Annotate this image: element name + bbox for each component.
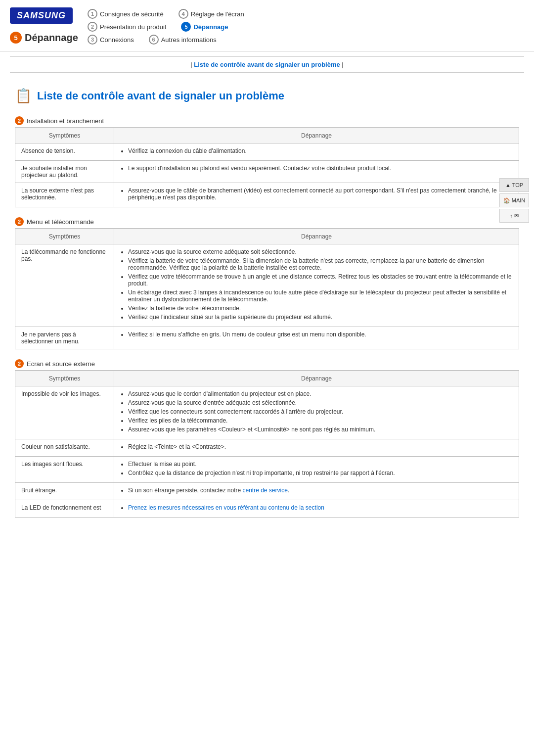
header: SAMSUNG 5 Dépannage 1 Consignes de sécur…	[0, 0, 534, 51]
solutions: Assurez-vous que le cordon d'alimentatio…	[114, 386, 519, 439]
up-button[interactable]: ↑ ✉	[499, 209, 529, 223]
symptom: La télécommande ne fonctionne pas.	[15, 244, 114, 327]
section-menu-icon: 2	[15, 217, 24, 226]
table-menu: Symptômes Dépannage La télécommande ne f…	[15, 229, 519, 349]
symptom: La LED de fonctionnement est	[15, 500, 114, 518]
nav-num-3: 3	[88, 35, 97, 45]
breadcrumb-link[interactable]: Liste de contrôle avant de signaler un p…	[194, 61, 340, 68]
col-depannage-3: Dépannage	[114, 371, 519, 386]
nav-item-6[interactable]: 6 Autres informations	[149, 35, 217, 45]
table-row: Impossible de voir les images. Assurez-v…	[15, 386, 519, 439]
table-row: La source externe n'est pas sélectionnée…	[15, 183, 519, 207]
section-menu-header: 2 Menu et télécommande	[15, 217, 519, 229]
solutions: Prenez les mesures nécessaires en vous r…	[114, 500, 519, 518]
table-row: La télécommande ne fonctionne pas. Assur…	[15, 244, 519, 327]
float-nav: ▲ TOP 🏠 MAIN ↑ ✉	[499, 178, 529, 223]
section-ecran: 2 Ecran et source externe Symptômes Dépa…	[15, 359, 519, 518]
table-row: Couleur non satisfaisante. Réglez la <Te…	[15, 439, 519, 457]
table-row: Bruit étrange. Si un son étrange persist…	[15, 483, 519, 500]
nav-item-4[interactable]: 4 Réglage de l'écran	[178, 9, 244, 19]
solutions: Vérifiez la connexion du câble d'aliment…	[114, 143, 519, 161]
col-depannage-1: Dépannage	[114, 128, 519, 143]
solutions: Vérifiez si le menu s'affiche en gris. U…	[114, 327, 519, 349]
section-installation-header: 2 Installation et branchement	[15, 116, 519, 128]
side-num: 5	[10, 32, 22, 44]
nav-item-5[interactable]: 5 Dépannage	[181, 22, 228, 32]
samsung-logo: SAMSUNG	[10, 7, 73, 24]
section-ecran-title: Ecran et source externe	[27, 360, 95, 368]
col-symptomes-1: Symptômes	[15, 128, 114, 143]
table-row: Je souhaite installer mon projecteur au …	[15, 161, 519, 183]
solutions: Assurez-vous que la source externe adéqu…	[114, 244, 519, 327]
table-ecran: Symptômes Dépannage Impossible de voir l…	[15, 371, 519, 518]
section-installation-title: Installation et branchement	[27, 117, 104, 125]
symptom: Je ne parviens pas à sélectionner un men…	[15, 327, 114, 349]
col-symptomes-2: Symptômes	[15, 229, 114, 244]
col-symptomes-3: Symptômes	[15, 371, 114, 386]
breadcrumb: | Liste de contrôle avant de signaler un…	[10, 56, 524, 73]
page-title-section: 📋 Liste de contrôle avant de signaler un…	[0, 78, 534, 111]
symptom: La source externe n'est pas sélectionnée…	[15, 183, 114, 207]
service-center-link[interactable]: centre de service	[242, 487, 287, 494]
col-depannage-2: Dépannage	[114, 229, 519, 244]
nav-num-6: 6	[149, 35, 159, 45]
nav-item-1[interactable]: 1 Consignes de sécurité	[88, 9, 164, 19]
symptom: Je souhaite installer mon projecteur au …	[15, 161, 114, 183]
page-title: Liste de contrôle avant de signaler un p…	[37, 90, 284, 102]
symptom: Impossible de voir les images.	[15, 386, 114, 439]
section-installation-icon: 2	[15, 116, 24, 125]
solutions: Le support d'installation au plafond est…	[114, 161, 519, 183]
nav-num-4: 4	[178, 9, 188, 19]
symptom: Bruit étrange.	[15, 483, 114, 500]
table-row: Je ne parviens pas à sélectionner un men…	[15, 327, 519, 349]
main-button[interactable]: 🏠 MAIN	[499, 193, 529, 207]
top-button[interactable]: ▲ TOP	[499, 178, 529, 192]
side-label-text: Dépannage	[25, 32, 78, 44]
page-title-icon: 📋	[15, 88, 32, 104]
table-row: Les images sont floues. Effectuer la mis…	[15, 457, 519, 483]
nav-item-3[interactable]: 3 Connexions	[88, 35, 134, 45]
solutions: Assurez-vous que le câble de branchement…	[114, 183, 519, 207]
table-row: Absence de tension. Vérifiez la connexio…	[15, 143, 519, 161]
section-installation: 2 Installation et branchement Symptômes …	[15, 116, 519, 207]
nav-section: 1 Consignes de sécurité 4 Réglage de l'é…	[88, 5, 524, 46]
solutions: Réglez la <Teinte> et la <Contraste>.	[114, 439, 519, 457]
section-menu: 2 Menu et télécommande Symptômes Dépanna…	[15, 217, 519, 349]
section-link[interactable]: Prenez les mesures nécessaires en vous r…	[128, 504, 324, 511]
section-ecran-header: 2 Ecran et source externe	[15, 359, 519, 371]
solutions: Si un son étrange persiste, contactez no…	[114, 483, 519, 500]
nav-item-2[interactable]: 2 Présentation du produit	[88, 22, 166, 32]
section-ecran-icon: 2	[15, 359, 24, 368]
symptom: Les images sont floues.	[15, 457, 114, 483]
solutions: Effectuer la mise au point. Contrôlez qu…	[114, 457, 519, 483]
table-row: La LED de fonctionnement est Prenez les …	[15, 500, 519, 518]
side-label: 5 Dépannage	[10, 32, 88, 44]
nav-num-5: 5	[181, 22, 191, 32]
symptom: Absence de tension.	[15, 143, 114, 161]
table-installation: Symptômes Dépannage Absence de tension. …	[15, 128, 519, 207]
section-menu-title: Menu et télécommande	[27, 218, 94, 226]
nav-num-1: 1	[88, 9, 97, 19]
nav-num-2: 2	[88, 22, 97, 32]
symptom: Couleur non satisfaisante.	[15, 439, 114, 457]
